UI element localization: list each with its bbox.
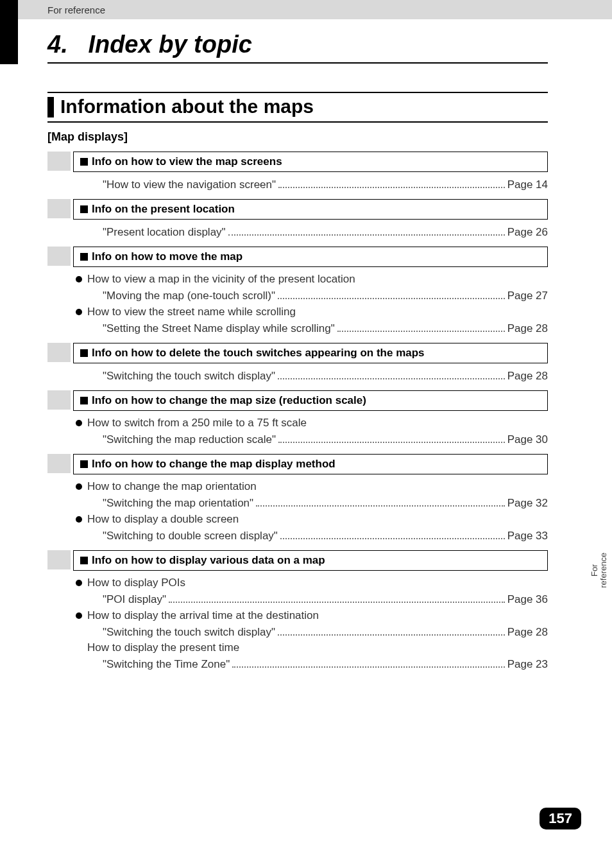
- bullet-dot-icon: [76, 612, 82, 619]
- section-tick-icon: [47, 97, 54, 117]
- bullet-row: How to view a map in the vicinity of the…: [76, 272, 548, 286]
- page-reference: Page 32: [507, 497, 548, 510]
- entry-marker: [47, 343, 71, 362]
- entry-heading-box: Info on how to view the map screens: [73, 152, 548, 172]
- reference-label: "Switching the touch switch display": [103, 370, 275, 383]
- square-bullet-icon: [80, 253, 88, 261]
- square-bullet-icon: [80, 349, 88, 357]
- index-entry: Info on how to move the map: [47, 247, 548, 267]
- page-number: 157: [540, 808, 581, 829]
- entry-marker: [47, 152, 71, 171]
- reference-label: "Switching the touch switch display": [103, 626, 275, 639]
- page-reference: Page 26: [507, 226, 548, 239]
- reference-label: "Switching to double screen display": [103, 530, 278, 542]
- page-reference: Page 23: [507, 658, 548, 671]
- entry-marker: [47, 247, 71, 266]
- header-label: For reference: [47, 4, 105, 15]
- entry-heading-box: Info on the present location: [73, 199, 548, 220]
- entry-body: "Switching the touch switch display"Page…: [76, 369, 548, 383]
- index-entry: Info on how to change the map display me…: [47, 454, 548, 474]
- square-bullet-icon: [80, 557, 88, 564]
- reference-row: "Moving the map (one-touch scroll)"Page …: [103, 288, 548, 302]
- side-tab-label: Forreference: [590, 553, 609, 588]
- index-entry: Info on how to view the map screens: [47, 152, 548, 172]
- entry-heading: Info on how to view the map screens: [92, 155, 282, 168]
- leader-dots: [278, 625, 505, 636]
- entry-marker: [47, 390, 71, 410]
- side-tab: Forreference: [586, 544, 612, 596]
- entry-body: How to display POIs"POI display"Page 36H…: [76, 576, 548, 671]
- entry-heading-box: Info on how to change the map size (redu…: [73, 390, 548, 411]
- square-bullet-icon: [80, 205, 88, 213]
- bullet-text: How to view a map in the vicinity of the…: [87, 273, 355, 286]
- reference-label: "How to view the navigation screen": [103, 178, 276, 191]
- leader-dots: [278, 432, 505, 443]
- entry-body: How to change the map orientation"Switch…: [76, 480, 548, 542]
- section-title: Information about the maps: [60, 96, 548, 117]
- leader-dots: [280, 528, 505, 539]
- entry-heading-box: Info on how to move the map: [73, 247, 548, 267]
- bullet-text: How to display a double screen: [87, 513, 239, 526]
- leader-dots: [278, 177, 505, 188]
- page-reference: Page 28: [507, 322, 548, 335]
- entry-heading-box: Info on how to change the map display me…: [73, 454, 548, 474]
- entry-heading: Info on how to move the map: [92, 250, 242, 263]
- reference-row: "Setting the Street Name display while s…: [103, 321, 548, 335]
- entry-heading: Info on the present location: [92, 203, 235, 216]
- reference-row: "Switching the touch switch display"Page…: [103, 625, 548, 639]
- page-reference: Page 14: [507, 178, 548, 191]
- reference-label: "Switching the Time Zone": [103, 658, 230, 671]
- entry-heading: Info on how to delete the touch switches…: [92, 347, 425, 360]
- entry-heading-box: Info on how to delete the touch switches…: [73, 343, 548, 363]
- page-reference: Page 36: [507, 593, 548, 606]
- entry-heading: Info on how to display various data on a…: [92, 554, 325, 567]
- plain-text: How to display the present time: [87, 641, 239, 654]
- plain-row: How to display the present time: [87, 641, 548, 654]
- bullet-text: How to display POIs: [87, 577, 185, 589]
- bullet-row: How to display POIs: [76, 576, 548, 589]
- leader-dots: [228, 225, 505, 236]
- bullet-text: How to view the street name while scroll…: [87, 306, 296, 318]
- section-bar: Information about the maps: [47, 92, 548, 123]
- entry-body: "How to view the navigation screen"Page …: [76, 177, 548, 191]
- reference-label: "Present location display": [103, 226, 226, 239]
- page-reference: Page 33: [507, 530, 548, 542]
- bullet-row: How to display a double screen: [76, 512, 548, 526]
- reference-row: "Switching the touch switch display"Page…: [103, 369, 548, 383]
- entry-body: How to view a map in the vicinity of the…: [76, 272, 548, 335]
- entry-body: How to switch from a 250 mile to a 75 ft…: [76, 416, 548, 446]
- bullet-text: How to switch from a 250 mile to a 75 ft…: [87, 417, 307, 430]
- reference-row: "Switching the Time Zone"Page 23: [103, 657, 548, 671]
- entry-heading: Info on how to change the map size (redu…: [92, 394, 366, 407]
- square-bullet-icon: [80, 158, 88, 166]
- index-entry: Info on how to display various data on a…: [47, 550, 548, 571]
- entry-body: "Present location display"Page 26: [76, 225, 548, 239]
- leader-dots: [169, 592, 505, 603]
- square-bullet-icon: [80, 397, 88, 404]
- leader-dots: [278, 369, 505, 379]
- chapter-number: 4.: [47, 31, 68, 58]
- index-entry: Info on how to delete the touch switches…: [47, 343, 548, 363]
- bullet-dot-icon: [76, 483, 82, 490]
- page-reference: Page 27: [507, 290, 548, 302]
- bullet-dot-icon: [76, 420, 82, 426]
- leader-dots: [256, 496, 505, 507]
- entry-heading-box: Info on how to display various data on a…: [73, 550, 548, 571]
- entry-marker: [47, 550, 71, 569]
- bullet-text: How to change the map orientation: [87, 480, 257, 493]
- reference-label: "Switching the map orientation": [103, 497, 253, 510]
- bullet-dot-icon: [76, 580, 82, 586]
- leader-dots: [232, 657, 504, 668]
- reference-row: "How to view the navigation screen"Page …: [103, 177, 548, 191]
- reference-row: "Present location display"Page 26: [103, 225, 548, 239]
- bullet-dot-icon: [76, 516, 82, 523]
- index-entry: Info on the present location: [47, 199, 548, 220]
- bullet-dot-icon: [76, 276, 82, 282]
- bullet-dot-icon: [76, 309, 82, 315]
- bullet-row: How to change the map orientation: [76, 480, 548, 493]
- chapter-title: 4. Index by topic: [47, 31, 612, 58]
- leader-dots: [337, 321, 505, 332]
- reference-row: "Switching the map reduction scale"Page …: [103, 432, 548, 446]
- reference-row: "POI display"Page 36: [103, 592, 548, 606]
- left-margin-bar: [0, 0, 18, 64]
